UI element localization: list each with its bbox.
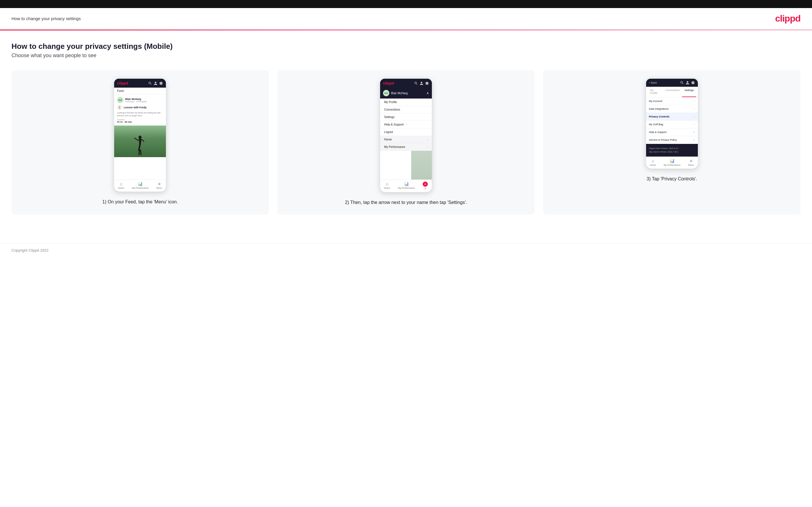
menu-section-home[interactable]: Home ›	[380, 136, 432, 143]
tab-myprofile[interactable]: My Profile	[648, 87, 663, 97]
feed-date: Yesterday · Sunningdale	[125, 101, 147, 103]
top-bar	[0, 0, 812, 8]
settings-dataintegrations[interactable]: Data Integrations ›	[646, 105, 698, 113]
menu-items: My Profile Connections Settings Help & S…	[380, 99, 432, 136]
phone-header-1: clippd	[114, 79, 166, 88]
phone-mockup-3: < Back My Profile	[646, 79, 698, 169]
step-caption-2: 2) Then, tap the arrow next to your name…	[345, 199, 467, 206]
tab-connections[interactable]: Connections	[663, 87, 682, 97]
footer-home-3: ⌂ Home	[650, 159, 656, 166]
footer-menu-1: ≡ Menu	[156, 181, 162, 189]
duration-label: Duration	[117, 119, 163, 121]
chevron-dataintegrations: ›	[694, 107, 695, 110]
feed-user: BM Blair McHarg Yesterday · Sunningdale	[117, 97, 163, 103]
header: How to change your privacy settings clip…	[0, 8, 812, 30]
menu-user-row: BM Blair McHarg ∧	[380, 88, 432, 99]
phone-mockup-1: clippd Feed	[114, 79, 166, 191]
settings-phone-header: < Back	[646, 79, 698, 87]
page-title: How to change your privacy settings (Mob…	[11, 42, 801, 51]
avatar-1: BM	[117, 97, 123, 103]
feed-tab: Feed	[114, 88, 166, 95]
step-card-1: clippd Feed	[11, 70, 269, 215]
user-icon-3	[686, 81, 690, 85]
logo: clippd	[775, 13, 801, 24]
ext-helpsupport: ↗	[693, 131, 695, 133]
settings-icon	[159, 81, 163, 85]
settings-myaccount[interactable]: My Account ›	[646, 97, 698, 105]
home-icon: ⌂	[120, 181, 122, 186]
footer-performance-3: 📊 My Performance	[664, 159, 680, 166]
lesson-icon: 🏌	[117, 105, 122, 110]
step-card-3: < Back My Profile	[543, 70, 801, 215]
feed-desc: Looking to feel like my hands are exitin…	[117, 111, 163, 117]
footer-menu-3: ≡ Menu	[688, 159, 694, 166]
ext-serviceprivacy: ↗	[693, 139, 695, 141]
footer-performance-1: 📊 My Performance	[132, 181, 149, 189]
search-icon	[148, 81, 152, 85]
phone-logo-1: clippd	[117, 81, 128, 85]
close-icon: ✕	[423, 181, 428, 187]
tab-settings[interactable]: Settings	[682, 87, 696, 97]
settings-list: My Account › Data Integrations › Privacy…	[646, 97, 698, 144]
phone-logo-2: clippd	[383, 81, 394, 85]
footer-performance-2: 📊 My Performance	[398, 181, 415, 190]
settings-mygolfbag[interactable]: My Golf Bag ›	[646, 121, 698, 128]
menu-item-helpsupport[interactable]: Help & Support ↗	[380, 121, 432, 128]
settings-tabs: My Profile Connections Settings	[646, 87, 698, 97]
main-content: How to change your privacy settings (Mob…	[0, 31, 812, 243]
svg-point-2	[426, 83, 427, 84]
feed-lesson: 🏌 Lesson with Fordy	[117, 105, 163, 110]
home-icon-2: ⌂	[386, 181, 388, 186]
menu-item-connections[interactable]: Connections	[380, 106, 432, 113]
menu-item-myprofile[interactable]: My Profile	[380, 99, 432, 106]
phone-body-1: Feed BM Blair McHarg Yesterday · Sunning…	[114, 88, 166, 179]
menu-item-logout[interactable]: Logout	[380, 128, 432, 136]
header-title: How to change your privacy settings	[11, 16, 81, 21]
phone-mockup-2: clippd	[380, 79, 432, 192]
menu-user-info: BM Blair McHarg	[383, 90, 408, 96]
back-button[interactable]: < Back	[649, 81, 657, 84]
settings-privacycontrols[interactable]: Privacy Controls ›	[646, 113, 698, 121]
phone-icons-2	[414, 81, 429, 85]
lesson-title: Lesson with Fordy	[123, 106, 147, 109]
phone-footer-2: ⌂ Home 📊 My Performance ✕ ✕	[380, 179, 432, 192]
settings-helpsupport[interactable]: Help & Support ↗	[646, 128, 698, 136]
copyright-text: Copyright Clippd 2022	[11, 248, 49, 252]
step-caption-1: 1) On your Feed, tap the 'Menu' icon.	[102, 199, 178, 206]
avatar-2: BM	[383, 90, 389, 96]
home-icon-3: ⌂	[652, 159, 654, 163]
user-icon	[154, 81, 158, 85]
golf-image	[114, 125, 166, 157]
menu-section-performance[interactable]: My Performance ›	[380, 143, 432, 151]
version-info: Clippd Client Version: 2022.8.3-3 SQL Se…	[646, 144, 698, 157]
menu-item-settings[interactable]: Settings	[380, 113, 432, 121]
search-icon-2	[414, 81, 418, 85]
footer-home-2: ⌂ Home	[384, 181, 390, 190]
step-card-2: clippd	[277, 70, 535, 215]
phone-footer-1: ⌂ Home 📊 My Performance ≡ Menu	[114, 179, 166, 191]
menu-username: Blair McHarg	[391, 92, 408, 95]
phone-icons-3	[680, 81, 695, 85]
chevron-right-icon-2: ›	[427, 146, 428, 149]
phone-header-2: clippd	[380, 79, 432, 88]
page-footer: Copyright Clippd 2022	[0, 243, 812, 257]
performance-icon: 📊	[138, 181, 143, 186]
steps-grid: clippd Feed	[11, 70, 801, 215]
phone-icons-1	[148, 81, 163, 85]
feed-username: Blair McHarg	[125, 98, 147, 101]
settings-icon-3	[691, 81, 695, 85]
performance-icon-3: 📊	[670, 159, 674, 163]
settings-serviceprivacy[interactable]: Service & Privacy Policy ↗	[646, 136, 698, 144]
menu-section: Home › My Performance ›	[380, 136, 432, 151]
chevron-right-icon: ›	[427, 138, 428, 141]
menu-icon-3: ≡	[690, 159, 692, 163]
chevron-up-icon: ∧	[426, 91, 429, 95]
chevron-mygolfbag: ›	[694, 123, 695, 126]
chevron-privacycontrols: ›	[694, 115, 695, 118]
phone-footer-3: ⌂ Home 📊 My Performance ≡ Menu	[646, 157, 698, 169]
external-link-icon: ↗	[405, 123, 407, 126]
page-subtitle: Choose what you want people to see	[11, 53, 801, 59]
user-icon-2	[419, 81, 423, 85]
phone-body-2: BM Blair McHarg ∧ My Profile Connections…	[380, 88, 432, 179]
footer-home-1: ⌂ Home	[118, 181, 124, 189]
